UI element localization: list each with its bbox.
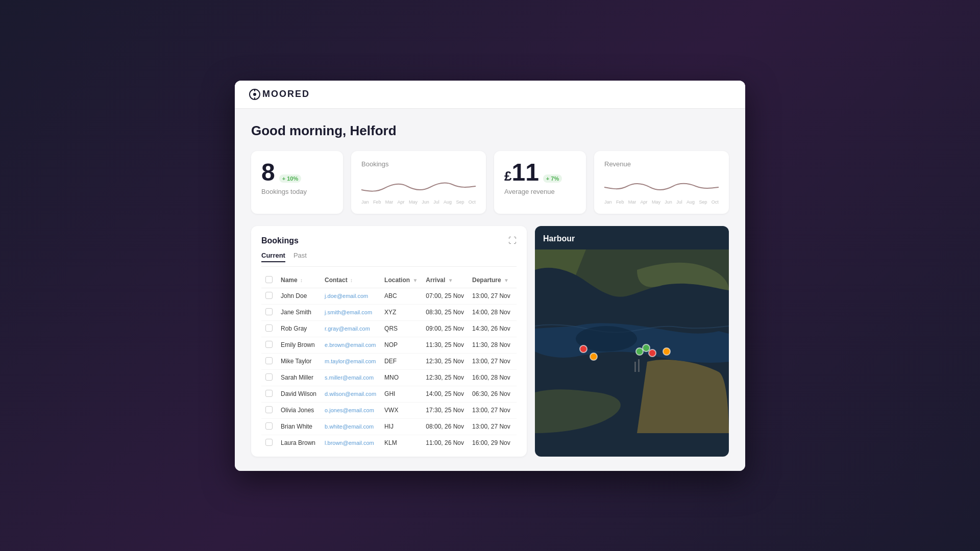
- row-contact: e.brown@email.com: [321, 337, 380, 353]
- row-checkbox[interactable]: [265, 390, 273, 397]
- table-row: Olivia Jones o.jones@email.com VWX 17:30…: [261, 402, 517, 418]
- row-departure: 11:30, 28 Nov: [468, 337, 514, 353]
- table-row: Sarah Miller s.miller@email.com MNO 12:3…: [261, 369, 517, 386]
- table-row: Emily Brown e.brown@email.com NOP 11:30,…: [261, 337, 517, 353]
- tab-row: Current Past: [261, 252, 517, 267]
- main-content: Good morning, Helford 8 + 10% Bookings t…: [235, 109, 745, 471]
- row-name: Rob Gray: [277, 320, 321, 337]
- departure-sort-icon[interactable]: ▼: [504, 278, 509, 283]
- col-checkbox: [261, 273, 277, 288]
- row-location: XYZ: [380, 304, 422, 320]
- row-name: Laura Brown: [277, 435, 321, 446]
- location-sort-icon[interactable]: ▼: [412, 278, 418, 283]
- bookings-table: Name ↕ Contact ↕ Location ▼ Arrival ▼ De…: [261, 273, 517, 446]
- row-cost: £12: [514, 386, 517, 402]
- row-name: Sarah Miller: [277, 369, 321, 386]
- row-location: VWX: [380, 402, 422, 418]
- row-cost: £13: [514, 418, 517, 435]
- row-arrival: 08:30, 25 Nov: [422, 304, 468, 320]
- tab-current[interactable]: Current: [261, 252, 285, 262]
- row-cost: £53: [514, 369, 517, 386]
- name-sort-icon[interactable]: ↕: [300, 278, 303, 283]
- row-cost: £58: [514, 304, 517, 320]
- row-name: Emily Brown: [277, 337, 321, 353]
- row-location: NOP: [380, 337, 422, 353]
- svg-rect-7: [638, 359, 640, 372]
- row-checkbox[interactable]: [265, 439, 273, 446]
- row-contact: r.gray@email.com: [321, 320, 380, 337]
- row-cost: £26: [514, 402, 517, 418]
- revenue-chart-card: Revenue JanFebMarAprMayJunJulAugSepOct: [594, 151, 729, 214]
- row-name: Jane Smith: [277, 304, 321, 320]
- row-checkbox[interactable]: [265, 357, 273, 364]
- row-checkbox[interactable]: [265, 373, 273, 381]
- row-contact: l.brown@email.com: [321, 435, 380, 446]
- row-arrival: 11:30, 25 Nov: [422, 337, 468, 353]
- row-checkbox[interactable]: [265, 308, 273, 315]
- row-checkbox[interactable]: [265, 324, 273, 332]
- row-checkbox[interactable]: [265, 422, 273, 430]
- row-cost: £17: [514, 337, 517, 353]
- row-checkbox[interactable]: [265, 292, 273, 299]
- svg-point-12: [649, 349, 656, 357]
- row-departure: 13:00, 27 Nov: [468, 288, 514, 304]
- svg-point-8: [580, 345, 587, 353]
- map-panel: Harbour: [535, 226, 729, 457]
- row-cost: £47: [514, 435, 517, 446]
- row-arrival: 12:30, 25 Nov: [422, 369, 468, 386]
- row-contact: d.wilson@email.com: [321, 386, 380, 402]
- bottom-section: Bookings ⛶ Current Past Na: [251, 226, 729, 457]
- row-arrival: 11:00, 26 Nov: [422, 435, 468, 446]
- bookings-chart-area: [361, 172, 476, 197]
- row-checkbox[interactable]: [265, 341, 273, 348]
- row-arrival: 08:00, 26 Nov: [422, 418, 468, 435]
- row-location: KLM: [380, 435, 422, 446]
- expand-button[interactable]: ⛶: [508, 236, 517, 245]
- row-checkbox-cell: [261, 353, 277, 369]
- table-row: Brian White b.white@email.com HIJ 08:00,…: [261, 418, 517, 435]
- row-departure: 16:00, 29 Nov: [468, 435, 514, 446]
- col-location: Location ▼: [380, 273, 422, 288]
- row-cost: £21: [514, 288, 517, 304]
- row-arrival: 07:00, 25 Nov: [422, 288, 468, 304]
- select-all-checkbox[interactable]: [265, 276, 273, 283]
- table-row: Mike Taylor m.taylor@email.com DEF 12:30…: [261, 353, 517, 369]
- col-cost: Cost ↕: [514, 273, 517, 288]
- row-checkbox-cell: [261, 369, 277, 386]
- row-name: Brian White: [277, 418, 321, 435]
- svg-point-9: [590, 353, 597, 360]
- col-contact: Contact ↕: [321, 273, 380, 288]
- table-body: John Doe j.doe@email.com ABC 07:00, 25 N…: [261, 288, 517, 446]
- svg-rect-6: [634, 362, 636, 372]
- row-contact: o.jones@email.com: [321, 402, 380, 418]
- col-name: Name ↕: [277, 273, 321, 288]
- stats-row: 8 + 10% Bookings today Bookings JanFebMa…: [251, 151, 729, 214]
- row-name: Olivia Jones: [277, 402, 321, 418]
- harbour-map: [535, 226, 729, 457]
- arrival-sort-icon[interactable]: ▼: [448, 278, 453, 283]
- bookings-today-value: 8: [261, 160, 275, 185]
- tab-past[interactable]: Past: [293, 252, 307, 262]
- contact-sort-icon[interactable]: ↕: [350, 278, 353, 283]
- row-cost: £11: [514, 320, 517, 337]
- row-name: David Wilson: [277, 386, 321, 402]
- bookings-panel-title: Bookings: [261, 236, 299, 245]
- row-contact: m.taylor@email.com: [321, 353, 380, 369]
- row-arrival: 09:00, 25 Nov: [422, 320, 468, 337]
- table-container[interactable]: Name ↕ Contact ↕ Location ▼ Arrival ▼ De…: [261, 273, 517, 446]
- avg-revenue-value: £11: [504, 160, 539, 185]
- svg-point-1: [253, 93, 256, 96]
- avg-revenue-card: £11 + 7% Average revenue: [494, 151, 586, 214]
- row-checkbox-cell: [261, 386, 277, 402]
- revenue-chart-months: JanFebMarAprMayJunJulAugSepOct: [604, 199, 719, 205]
- row-checkbox[interactable]: [265, 406, 273, 413]
- row-cost: £34: [514, 353, 517, 369]
- row-location: MNO: [380, 369, 422, 386]
- row-departure: 14:00, 28 Nov: [468, 304, 514, 320]
- table-row: David Wilson d.wilson@email.com GHI 14:0…: [261, 386, 517, 402]
- svg-point-10: [636, 348, 643, 355]
- row-contact: j.smith@email.com: [321, 304, 380, 320]
- bookings-chart-title: Bookings: [361, 160, 476, 168]
- row-checkbox-cell: [261, 435, 277, 446]
- revenue-chart-area: [604, 172, 719, 197]
